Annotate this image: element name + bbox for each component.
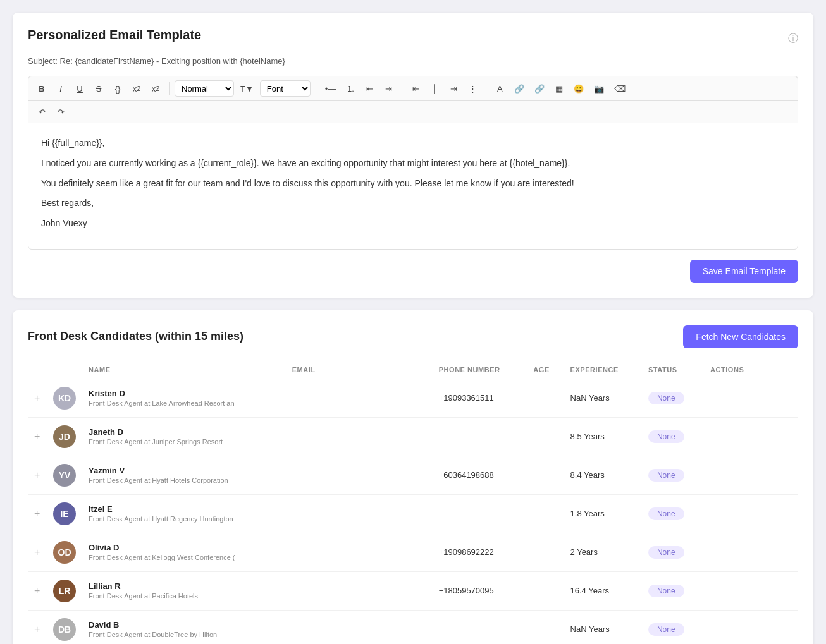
- expand-row-button[interactable]: +: [34, 547, 40, 558]
- toolbar-divider-4: [486, 82, 486, 95]
- col-phone: PHONE NUMBER: [433, 361, 527, 379]
- table-row: +KD Kristen D Front Desk Agent at Lake A…: [28, 379, 798, 417]
- candidate-experience: 1.8 Years: [564, 494, 642, 533]
- col-actions: ACTIONS: [704, 361, 798, 379]
- expand-row-button[interactable]: +: [34, 624, 40, 635]
- save-button-row: Save Email Template: [28, 260, 798, 283]
- name-cell: David B Front Desk Agent at DoubleTree b…: [89, 620, 280, 638]
- table-row: +DB David B Front Desk Agent at DoubleTr…: [28, 610, 798, 644]
- candidate-action: [704, 379, 798, 417]
- col-name: NAME: [82, 361, 286, 379]
- status-badge[interactable]: None: [648, 392, 684, 404]
- save-email-template-button[interactable]: Save Email Template: [690, 260, 798, 283]
- superscript-button[interactable]: x2: [128, 80, 145, 97]
- avatar: DB: [53, 618, 76, 641]
- expand-row-button[interactable]: +: [34, 585, 40, 597]
- candidate-age: [527, 494, 564, 533]
- emoji-button[interactable]: 😀: [570, 80, 588, 97]
- image-button[interactable]: 📷: [590, 80, 608, 97]
- fetch-candidates-button[interactable]: Fetch New Candidates: [683, 325, 798, 348]
- avatar: IE: [53, 502, 76, 525]
- table-button[interactable]: ▦: [551, 80, 567, 97]
- candidate-role: Front Desk Agent at Pacifica Hotels: [89, 592, 198, 600]
- candidate-name: Yazmin V: [89, 466, 228, 475]
- align-left-button[interactable]: ⇤: [407, 80, 424, 97]
- avatar: KD: [53, 387, 76, 410]
- subscript-button[interactable]: x2: [147, 80, 164, 97]
- increase-indent-button[interactable]: ⇥: [380, 80, 397, 97]
- email-line-5: John Vuexy: [41, 216, 785, 231]
- text-color-button[interactable]: A: [491, 80, 508, 97]
- strikethrough-button[interactable]: S: [90, 80, 107, 97]
- clear-format-button[interactable]: ⌫: [610, 80, 629, 97]
- table-row: +OD Olivia D Front Desk Agent at Kellogg…: [28, 533, 798, 571]
- candidate-name: David B: [89, 620, 217, 629]
- candidate-experience: NaN Years: [564, 379, 642, 417]
- expand-row-button[interactable]: +: [34, 470, 40, 481]
- candidate-email: [286, 456, 433, 494]
- expand-row-button[interactable]: +: [34, 431, 40, 442]
- candidate-age: [527, 533, 564, 571]
- align-justify-button[interactable]: ⋮: [464, 80, 481, 97]
- unlink-button[interactable]: 🔗: [531, 80, 548, 97]
- status-badge[interactable]: None: [648, 623, 684, 636]
- email-line-4: Best regards,: [41, 196, 785, 211]
- candidate-age: [527, 379, 564, 417]
- table-row: +JD Janeth D Front Desk Agent at Juniper…: [28, 417, 798, 456]
- email-line-3: You definitely seem like a great fit for…: [41, 176, 785, 191]
- candidate-phone: [433, 417, 527, 456]
- avatar: LR: [53, 580, 76, 602]
- candidate-role: Front Desk Agent at Hyatt Hotels Corpora…: [89, 477, 228, 484]
- name-cell: Kristen D Front Desk Agent at Lake Arrow…: [89, 389, 280, 407]
- status-badge[interactable]: None: [648, 507, 684, 520]
- status-badge[interactable]: None: [648, 430, 684, 443]
- col-avatar: [47, 361, 82, 379]
- candidate-experience: 16.4 Years: [564, 571, 642, 610]
- col-experience: EXPERIENCE: [564, 361, 642, 379]
- table-header: NAME EMAIL PHONE NUMBER AGE EXPERIENCE S…: [28, 361, 798, 379]
- align-center-button[interactable]: │: [426, 80, 443, 97]
- candidate-experience: 8.4 Years: [564, 456, 642, 494]
- expand-row-button[interactable]: +: [34, 392, 40, 404]
- underline-button[interactable]: U: [71, 80, 88, 97]
- avatar: YV: [53, 464, 76, 487]
- candidate-action: [704, 456, 798, 494]
- candidate-name: Lillian R: [89, 581, 198, 591]
- toolbar-divider-2: [316, 82, 316, 95]
- ordered-list-button[interactable]: 1.: [342, 80, 359, 97]
- avatar: JD: [53, 425, 76, 448]
- status-badge[interactable]: None: [648, 546, 684, 559]
- status-badge[interactable]: None: [648, 469, 684, 482]
- candidate-email: [286, 610, 433, 644]
- unordered-list-button[interactable]: •—: [321, 80, 340, 97]
- candidate-email: [286, 571, 433, 610]
- font-select[interactable]: Font: [260, 80, 311, 97]
- text-type-button[interactable]: T▼: [237, 80, 257, 97]
- email-body-editor[interactable]: Hi {{full_name}}, I noticed you are curr…: [28, 123, 798, 250]
- table-row: +YV Yazmin V Front Desk Agent at Hyatt H…: [28, 456, 798, 494]
- status-badge[interactable]: None: [648, 585, 684, 597]
- name-cell: Lillian R Front Desk Agent at Pacifica H…: [89, 581, 280, 600]
- redo-button[interactable]: ↷: [52, 104, 69, 120]
- italic-button[interactable]: I: [52, 80, 69, 97]
- candidate-role: Front Desk Agent at Hyatt Regency Huntin…: [89, 515, 233, 523]
- candidate-experience: NaN Years: [564, 610, 642, 644]
- table-row: +LR Lillian R Front Desk Agent at Pacifi…: [28, 571, 798, 610]
- heading-select[interactable]: Normal Heading 1 Heading 2: [175, 80, 234, 97]
- col-expand: [28, 361, 47, 379]
- bold-button[interactable]: B: [34, 80, 50, 97]
- undo-button[interactable]: ↶: [34, 104, 50, 120]
- email-template-card: Personalized Email Template ⓘ Subject: R…: [13, 13, 813, 298]
- info-icon[interactable]: ⓘ: [788, 32, 798, 46]
- expand-row-button[interactable]: +: [34, 508, 40, 519]
- align-right-button[interactable]: ⇥: [445, 80, 462, 97]
- code-button[interactable]: {}: [109, 80, 126, 97]
- candidate-role: Front Desk Agent at Juniper Springs Reso…: [89, 438, 223, 446]
- candidate-name: Janeth D: [89, 427, 223, 437]
- candidate-phone: +19093361511: [433, 379, 527, 417]
- candidate-action: [704, 571, 798, 610]
- table-row: +IE Itzel E Front Desk Agent at Hyatt Re…: [28, 494, 798, 533]
- decrease-indent-button[interactable]: ⇤: [361, 80, 378, 97]
- candidate-action: [704, 417, 798, 456]
- link-button[interactable]: 🔗: [510, 80, 528, 97]
